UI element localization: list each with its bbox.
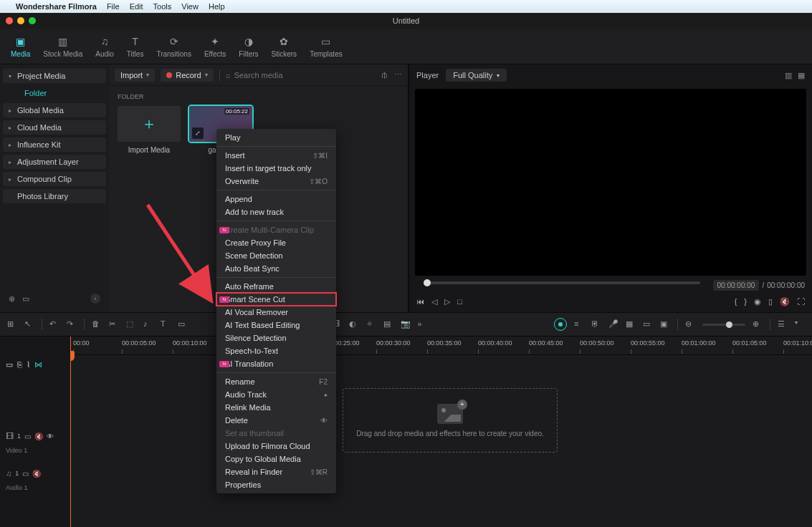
undo-icon[interactable]: ↶ — [49, 319, 59, 329]
cut-icon[interactable]: ✂ — [109, 319, 119, 329]
tab-stickers[interactable]: ✿ Stickers — [269, 34, 300, 59]
grid-icon[interactable]: ▦ — [798, 71, 805, 80]
import-media-tile[interactable]: ＋ Import Media — [118, 106, 181, 154]
sidebar-compound-clip[interactable]: ▸Compound Clip — [3, 172, 106, 186]
layers-icon[interactable]: ▤ — [383, 319, 393, 329]
volume-icon[interactable]: 🔇 — [780, 297, 790, 306]
play-icon[interactable]: ▷ — [444, 297, 450, 306]
device-icon[interactable]: ▭ — [643, 319, 653, 329]
ctx-silence-detection[interactable]: Silence Detection — [216, 332, 336, 344]
lock-icon[interactable]: ▭ — [24, 432, 31, 440]
ctx-overwrite[interactable]: Overwrite⇧⌘O — [216, 175, 336, 188]
delete-icon[interactable]: 🗑 — [92, 319, 102, 329]
close-window-button[interactable] — [6, 17, 13, 24]
tab-effects[interactable]: ✦ Effects — [202, 34, 228, 59]
ctx-auto-beat-sync[interactable]: Auto Beat Sync — [216, 262, 336, 275]
more-icon[interactable]: » — [418, 319, 428, 329]
timeline-dropzone[interactable]: + Drag and drop media and effects here t… — [343, 388, 558, 453]
playhead[interactable] — [70, 337, 71, 527]
import-button[interactable]: Import ▾ — [115, 69, 155, 82]
ctx-ai-translation[interactable]: NAI Translation — [216, 357, 336, 370]
camera-icon[interactable]: 📷 — [401, 319, 411, 329]
redo-icon[interactable]: ↷ — [67, 319, 77, 329]
more-icon[interactable]: ⋯ — [394, 70, 402, 79]
fullscreen-icon[interactable]: ⛶ — [797, 297, 805, 306]
ctx-add-new-track[interactable]: Add to new track — [216, 206, 336, 218]
ctx-properties[interactable]: Properties — [216, 478, 336, 491]
folder-icon[interactable]: ▭ — [22, 294, 29, 304]
ctx-reveal-finder[interactable]: Reveal in Finder⇧⌘R — [216, 465, 336, 478]
sidebar-photos-library[interactable]: Photos Library — [3, 189, 106, 203]
pip-icon[interactable]: ▣ — [660, 319, 670, 329]
ctx-relink-media[interactable]: Relink Media — [216, 401, 336, 414]
menu-tools[interactable]: Tools — [153, 2, 172, 11]
stop-icon[interactable]: □ — [457, 297, 462, 306]
sidebar-cloud-media[interactable]: ▸Cloud Media — [3, 120, 106, 135]
tab-media[interactable]: ▣ Media — [9, 34, 32, 59]
ctx-copy-global[interactable]: Copy to Global Media — [216, 453, 336, 465]
timeline-tracks[interactable]: 00:00 00:00:05:00 00:00:10:00 00:00:15:0… — [70, 337, 812, 527]
sidebar-folder[interactable]: Folder — [3, 86, 106, 100]
ctx-create-proxy[interactable]: Create Proxy File — [216, 236, 336, 249]
crop-icon[interactable]: ⬚ — [126, 319, 136, 329]
music-icon[interactable]: ♪ — [143, 319, 153, 329]
grid-view-icon[interactable]: ⊞ — [7, 319, 17, 329]
ai-button[interactable] — [554, 318, 567, 331]
link-icon[interactable]: ⎘ — [17, 360, 22, 369]
sidebar-adjustment-layer[interactable]: ▸Adjustment Layer — [3, 155, 106, 169]
compare-icon[interactable]: ▥ — [785, 71, 792, 80]
record-button[interactable]: Record ▾ — [161, 69, 213, 82]
timeline-ruler[interactable]: 00:00 00:00:05:00 00:00:10:00 00:00:15:0… — [70, 337, 812, 355]
ctx-auto-reframe[interactable]: Auto Reframe — [216, 280, 336, 293]
tab-templates[interactable]: ▭ Templates — [307, 34, 345, 59]
menu-help[interactable]: Help — [209, 2, 225, 11]
app-name[interactable]: Wondershare Filmora — [16, 2, 97, 11]
ctx-ai-vocal-remover[interactable]: AI Vocal Remover — [216, 306, 336, 319]
expand-icon[interactable]: ⤢ — [192, 127, 204, 139]
search-input[interactable] — [234, 71, 375, 79]
ctx-audio-track[interactable]: Audio Track▸ — [216, 388, 336, 401]
filter-icon[interactable]: ⫛ — [381, 71, 388, 79]
ctx-scene-detection[interactable]: Scene Detection — [216, 249, 336, 262]
tab-audio[interactable]: ♫ Audio — [93, 34, 116, 59]
ctx-play[interactable]: Play — [216, 131, 336, 144]
ctx-ai-text-editing[interactable]: AI Text Based Editing — [216, 319, 336, 332]
sidebar-influence-kit[interactable]: ▸Influence Kit — [3, 137, 106, 152]
snapshot-icon[interactable]: ◉ — [754, 297, 761, 306]
color-icon[interactable]: ◐ — [349, 319, 359, 329]
ctx-speech-to-text[interactable]: Speech-to-Text — [216, 344, 336, 357]
ctx-rename[interactable]: RenameF2 — [216, 375, 336, 388]
ctx-upload-cloud[interactable]: Upload to Filmora Cloud — [216, 440, 336, 453]
menu-view[interactable]: View — [181, 2, 199, 11]
tab-transitions[interactable]: ⟳ Transitions — [154, 34, 194, 59]
mute-icon[interactable]: 🔇 — [32, 470, 41, 478]
badge-icon[interactable]: ‹ — [90, 294, 100, 304]
zoom-slider[interactable] — [702, 324, 745, 326]
sync-icon[interactable]: ⋈ — [34, 360, 42, 369]
sidebar-project-media[interactable]: ▾ Project Media — [3, 69, 106, 83]
step-back-icon[interactable]: ◁ — [431, 297, 437, 306]
tab-titles[interactable]: T Titles — [125, 34, 146, 59]
mark-out-icon[interactable]: } — [744, 297, 747, 306]
menu-edit[interactable]: Edit — [130, 2, 143, 11]
scrub-bar[interactable] — [424, 281, 700, 284]
text-icon[interactable]: T — [161, 319, 171, 329]
ctx-insert[interactable]: Insert⇧⌘I — [216, 149, 336, 162]
mute-icon[interactable]: 🔇 — [34, 432, 43, 440]
ctx-smart-scene-cut[interactable]: NSmart Scene Cut — [216, 293, 336, 306]
marker-icon[interactable]: ▯ — [768, 297, 773, 306]
sparkle-icon[interactable]: ✧ — [366, 319, 376, 329]
player-tab[interactable]: Player — [416, 71, 439, 79]
magnet-icon[interactable]: ⌇ — [27, 360, 30, 369]
layers2-icon[interactable]: ▦ — [626, 319, 636, 329]
ctx-insert-target[interactable]: Insert in target track only — [216, 162, 336, 175]
chevron-down-icon[interactable]: ▾ — [795, 319, 805, 329]
minimize-window-button[interactable] — [17, 17, 24, 24]
list-icon[interactable]: ☰ — [778, 319, 788, 329]
tab-stock-media[interactable]: ▥ Stock Media — [41, 34, 85, 59]
quality-select[interactable]: Full Quality ▾ — [446, 69, 507, 82]
pointer-icon[interactable]: ↖ — [24, 319, 34, 329]
shape-icon[interactable]: ▭ — [178, 319, 188, 329]
new-folder-icon[interactable]: ⊕ — [9, 294, 15, 304]
visibility-icon[interactable]: 👁 — [47, 432, 54, 440]
